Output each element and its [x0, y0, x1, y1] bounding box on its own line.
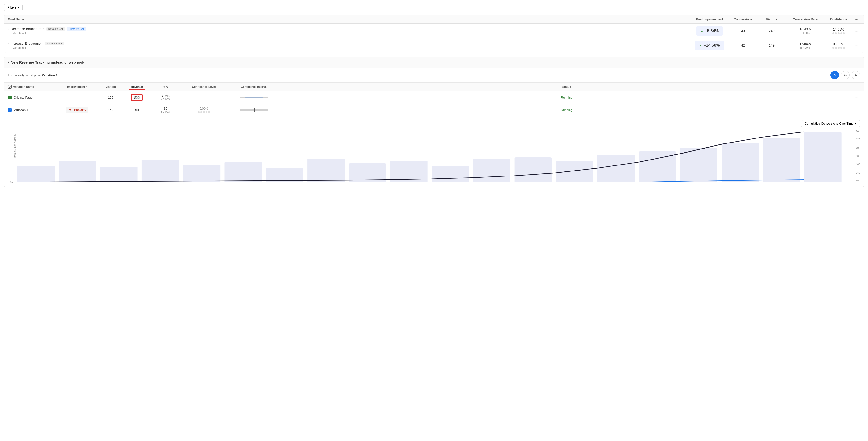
variation1-checkbox[interactable]: ✓	[8, 108, 12, 112]
chevron-down-icon: ▾	[855, 122, 857, 125]
confidence-dots	[824, 47, 853, 49]
toggle-percent-button[interactable]: %	[841, 71, 849, 79]
goal-title: Decrease BounceRate	[11, 27, 44, 31]
visitors-cell: 249	[757, 43, 786, 47]
y-label: 220	[856, 138, 860, 141]
goal-subtitle: Variation 1	[13, 32, 690, 35]
rpv-sub: ± 0.00%	[151, 98, 180, 101]
chart-header: Cumulative Conversions Over Time ▾	[8, 120, 860, 127]
revenue-section-header: ▾ New Revenue Tracking instead of webhoo…	[4, 57, 864, 68]
expand-icon[interactable]: ›	[8, 28, 9, 30]
svg-rect-13	[556, 161, 593, 182]
chevron-down-icon: ▾	[18, 6, 19, 9]
variation1-conf-dots	[180, 111, 228, 113]
y-axis-labels: 240 220 200 180 160 140 120	[856, 130, 860, 182]
chart-dropdown-button[interactable]: Cumulative Conversions Over Time ▾	[801, 120, 860, 127]
revenue-section: ▾ New Revenue Tracking instead of webhoo…	[4, 57, 864, 187]
svg-rect-10	[432, 166, 469, 182]
variation1-conf-interval	[228, 109, 280, 111]
filters-label: Filters	[7, 5, 17, 9]
goals-table-header: Goal Name Best Improvement Conversions V…	[4, 15, 864, 24]
svg-rect-3	[142, 160, 179, 182]
rate-main: 17.86%	[786, 42, 824, 46]
visitors-cell: 249	[757, 29, 786, 33]
confidence-level-col-header: Confidence Level	[180, 85, 228, 88]
svg-rect-5	[225, 162, 262, 182]
rpv-main: $0.202	[151, 94, 180, 98]
arrow-up-icon: ▲	[699, 44, 702, 47]
svg-rect-12	[515, 157, 552, 182]
chart-area: Revenue per Visitor, $ $0	[8, 130, 860, 183]
svg-rect-4	[183, 165, 220, 182]
improvement-value: +5.34%	[705, 28, 719, 33]
goal-name-cell: › Decrease BounceRate Default Goal Prima…	[8, 27, 690, 35]
table-row: › Increase Engagement Default Goal Varia…	[4, 38, 864, 53]
goal-name-cell: › Increase Engagement Default Goal Varia…	[8, 41, 690, 50]
expand-icon[interactable]: ›	[8, 42, 9, 45]
original-page-name: ✓ Original Page	[8, 96, 56, 99]
svg-rect-2	[100, 167, 138, 182]
original-conf-level: —	[180, 96, 228, 99]
chevron-down-icon[interactable]: ▾	[8, 61, 9, 64]
chart-svg	[18, 130, 846, 182]
confidence-cell: 36.35%	[824, 42, 853, 49]
confidence-dots	[824, 32, 853, 34]
rate-main: 16.43%	[786, 27, 824, 31]
rpv-main: $0	[151, 107, 180, 110]
variation-row: ✓ Variation 1 ▼ -100.00% 140 $0 $0 ± 0.0…	[4, 104, 864, 116]
conversion-rate-header: Conversion Rate	[786, 18, 824, 21]
default-goal-badge: Default Goal	[46, 27, 65, 31]
toggle-revenue-button[interactable]: $	[831, 71, 839, 79]
conversions-cell: 40	[729, 29, 757, 33]
rate-sub: ± 7.00%	[786, 46, 824, 49]
row-more-button[interactable]: ···	[853, 96, 860, 99]
svg-rect-16	[680, 148, 717, 182]
select-all-checkbox[interactable]: ✓	[8, 85, 12, 89]
confidence-interval-col-header: Confidence Interval	[228, 85, 280, 88]
original-page-checkbox[interactable]: ✓	[8, 96, 12, 99]
variation1-status: Running	[280, 108, 853, 112]
original-improvement-cell: —	[56, 96, 99, 99]
toggle-visitors-button[interactable]: A	[851, 71, 860, 79]
arrow-up-icon: ▲	[701, 29, 703, 32]
svg-rect-14	[597, 155, 634, 182]
variation1-conf-level: 0.00%	[180, 107, 228, 113]
improvement-value: +14.50%	[704, 43, 720, 48]
chart-container: Cumulative Conversions Over Time ▾ Reven…	[4, 116, 864, 187]
svg-rect-0	[18, 166, 55, 182]
chart-dropdown-label: Cumulative Conversions Over Time	[805, 122, 854, 125]
goals-table: Goal Name Best Improvement Conversions V…	[4, 15, 864, 53]
default-goal-badge: Default Goal	[45, 41, 64, 46]
visitors-header: Visitors	[757, 18, 786, 21]
original-conf-interval	[228, 97, 280, 98]
variation-table-header: ✓ Variation Name Improvement ↑ Visitors …	[4, 83, 864, 91]
original-rpv-cell: $0.202 ± 0.00%	[151, 94, 180, 101]
variation1-improvement-cell: ▼ -100.00%	[56, 107, 99, 113]
y-label: 120	[856, 180, 860, 182]
filters-button[interactable]: Filters ▾	[4, 4, 23, 11]
confidence-cell: 14.08%	[824, 28, 853, 34]
conversions-header: Conversions	[729, 18, 757, 21]
rate-sub: ± 6.80%	[786, 32, 824, 34]
svg-rect-19	[804, 132, 842, 182]
svg-rect-1	[59, 161, 96, 182]
svg-rect-17	[721, 143, 759, 182]
early-warning-text: It's too early to judge for Variation 1	[8, 74, 58, 77]
row-more-button[interactable]: ···	[853, 44, 860, 47]
original-revenue-cell: $22	[123, 96, 151, 99]
y-label: 200	[856, 147, 860, 149]
goal-subtitle: Variation 1	[13, 46, 690, 50]
early-warning-bar: It's too early to judge for Variation 1 …	[4, 68, 864, 83]
row-more-button[interactable]: ···	[853, 29, 860, 33]
more-col-header: ···	[853, 85, 860, 88]
variation1-name: ✓ Variation 1	[8, 108, 56, 112]
rpv-col-header: RPV	[151, 85, 180, 88]
row-more-button[interactable]: ···	[853, 108, 860, 112]
variation1-rpv-cell: $0 ± 0.00%	[151, 107, 180, 113]
more-header: ···	[853, 18, 860, 21]
goal-name-header: Goal Name	[8, 18, 690, 21]
confidence-pct: 36.35%	[824, 42, 853, 46]
best-improvement-header: Best Improvement	[690, 18, 729, 21]
variation1-revenue-cell: $0	[123, 108, 151, 112]
improvement-cell: ▲ +5.34%	[690, 26, 729, 36]
